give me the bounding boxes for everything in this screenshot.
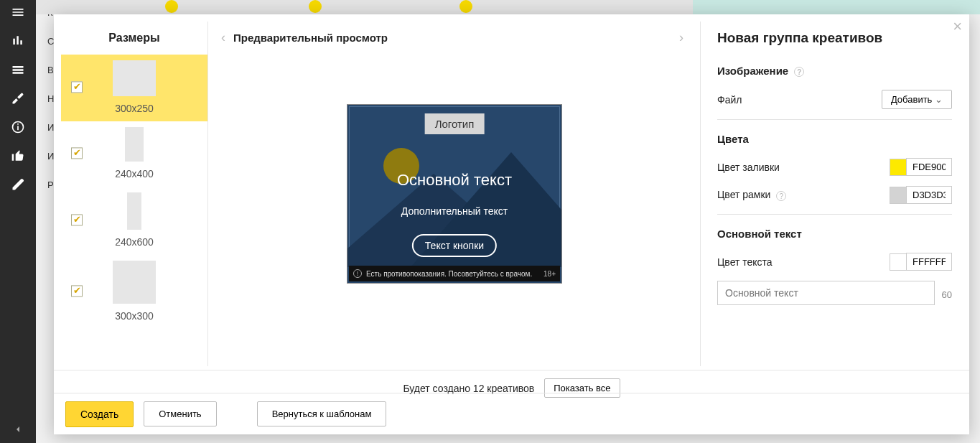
border-label: Цвет рамки ? [717,189,786,200]
size-checkbox[interactable] [71,214,83,225]
library-icon[interactable]: B [10,62,26,78]
prev-arrow-icon[interactable]: ‹ [216,30,230,45]
disclaimer-text: Есть противопоказания. Посоветуйтесь с в… [366,270,532,278]
size-label: 300x250 [61,103,207,114]
file-label: Файл [717,94,742,106]
size-checkbox[interactable] [71,147,83,159]
background-strip [36,0,980,14]
help-icon[interactable]: ? [794,67,804,77]
settings-title: Новая группа креативов [717,30,952,46]
fill-swatch[interactable] [890,159,907,176]
main-text-input[interactable] [717,281,935,305]
nav-label: С [47,36,54,47]
add-file-button[interactable]: Добавить [882,90,952,109]
preview-column: ‹ Предварительный просмотр › Логотип Осн… [209,22,701,366]
nav-label: P [47,179,54,190]
preview-title: Предварительный просмотр [233,32,674,44]
size-checkbox[interactable] [71,285,83,297]
fill-color-input[interactable] [906,158,952,176]
divider [717,119,952,120]
nav-label: И [47,151,54,162]
size-tile-300x250[interactable]: 300x250 [61,55,207,121]
size-label: 240x600 [61,236,207,248]
logo-placeholder: Логотип [425,113,485,134]
text-color-swatch[interactable] [890,253,907,271]
create-button[interactable]: Создать [65,401,134,427]
border-swatch[interactable] [890,187,907,204]
colors-section-title: Цвета [717,133,952,145]
border-color-row: Цвет рамки ? [717,186,952,204]
creative-sub-text: Дополнительный текст [347,205,561,217]
text-color-label: Цвет текста [717,256,773,268]
size-tile-240x600[interactable]: 240x600 [61,187,207,255]
size-checkbox[interactable] [71,81,83,93]
text-color-input[interactable] [906,253,952,271]
file-row: Файл Добавить [717,90,952,109]
main-text-section-title: Основной текст [717,228,952,240]
preview-header: ‹ Предварительный просмотр › [209,22,700,54]
creative-editor-modal: × Размеры 300x250 240x400 240x600 300x30… [54,14,969,434]
main-text-input-row: 60 [717,281,952,308]
text-color-row: Цвет текста [717,253,952,271]
creative-preview: Логотип Основной текст Дополнительный те… [347,104,562,284]
size-thumb [127,192,141,230]
size-tile-300x300[interactable]: 300x300 [61,255,207,329]
size-thumb [113,60,156,96]
chart-icon[interactable]: С [10,33,26,49]
svg-rect-1 [17,126,19,130]
size-tile-240x400[interactable]: 240x400 [61,121,207,187]
nav-label: B [47,65,54,75]
info-icon[interactable]: И [10,119,26,135]
back-to-templates-button[interactable]: Вернуться к шаблонам [257,401,387,426]
help-icon[interactable]: ? [776,191,786,201]
modal-toolbar: Создать Отменить Вернуться к шаблонам [54,393,969,434]
divider [717,214,952,215]
size-thumb [113,261,156,304]
fill-label: Цвет заливки [717,162,780,173]
creative-cta: Текст кнопки [412,234,497,257]
creative-footer: ! Есть противопоказания. Посоветуйтесь с… [349,266,560,281]
warning-icon: ! [353,269,362,278]
size-label: 240x400 [61,168,207,179]
pencil-icon[interactable]: P [10,177,26,192]
nav-label: И [47,122,54,133]
image-section-title: Изображение ? [717,65,952,77]
sizes-title: Размеры [61,22,207,55]
wrench-icon[interactable]: Н [10,90,26,106]
fill-color-row: Цвет заливки [717,158,952,176]
sizes-column: Размеры 300x250 240x400 240x600 300x300 [61,22,208,366]
cancel-button[interactable]: Отменить [144,401,216,426]
size-thumb [125,127,144,162]
border-color-input[interactable] [906,186,952,204]
size-label: 300x300 [61,310,207,322]
creative-main-text: Основной текст [347,171,561,190]
age-rating: 18+ [543,270,556,278]
nav-label: Н [47,93,54,104]
settings-column: Новая группа креативов Изображение ? Фай… [701,22,968,366]
collapse-icon[interactable] [12,424,24,437]
menu-icon[interactable]: К [10,4,26,20]
app-sidebar: К С B Н И И P [0,0,36,443]
svg-rect-2 [17,123,19,125]
char-counter: 60 [942,289,952,300]
next-arrow-icon[interactable]: › [674,30,689,45]
thumb-up-icon[interactable]: И [10,148,26,164]
